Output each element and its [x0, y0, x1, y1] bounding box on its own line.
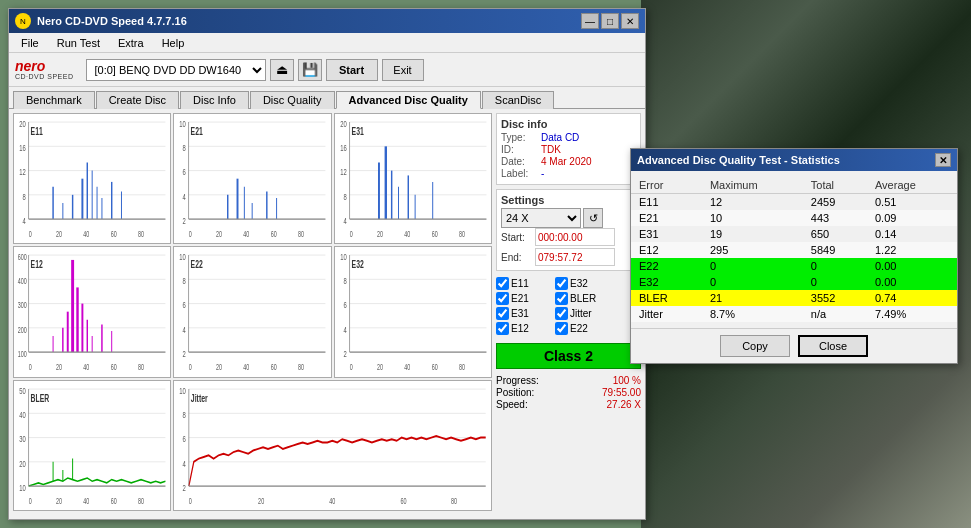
svg-text:0: 0	[349, 228, 352, 239]
close-button[interactable]: Close	[798, 335, 868, 357]
cb-jitter[interactable]: Jitter	[555, 307, 610, 320]
svg-text:40: 40	[404, 228, 410, 239]
svg-text:80: 80	[138, 228, 144, 239]
svg-text:8: 8	[22, 191, 26, 202]
nero-brand: nero	[15, 59, 74, 73]
table-row: E31196500.14	[631, 226, 957, 242]
svg-text:0: 0	[189, 362, 192, 373]
svg-text:60: 60	[111, 228, 117, 239]
charts-grid: 20 16 12 8 4 0 20 40 60 80 E11	[13, 113, 492, 511]
svg-text:8: 8	[183, 143, 187, 154]
progress-box: Progress: 100 % Position: 79:55.00 Speed…	[496, 375, 641, 411]
end-time-row: End:	[501, 248, 636, 266]
svg-text:4: 4	[22, 215, 26, 226]
cb-e11-input[interactable]	[496, 277, 509, 290]
svg-text:2: 2	[343, 349, 347, 360]
chart-e22: 10 8 6 4 2 0 20 40 60 80 E22	[173, 246, 331, 377]
menu-file[interactable]: File	[13, 35, 47, 51]
tab-disc-quality[interactable]: Disc Quality	[250, 91, 335, 109]
cb-e12[interactable]: E12	[496, 322, 551, 335]
svg-rect-169	[174, 381, 491, 510]
speed-refresh-icon[interactable]: ↺	[583, 208, 603, 228]
chart-jitter: 10 8 6 4 2 0 20 40 60 80 Jitter	[173, 380, 492, 511]
drive-selector[interactable]: [0:0] BENQ DVD DD DW1640 BSLB	[86, 59, 266, 81]
speed-selector[interactable]: 24 X	[501, 208, 581, 228]
table-row: E21104430.09	[631, 210, 957, 226]
disc-label-row: Label: -	[501, 168, 636, 179]
svg-text:40: 40	[244, 228, 250, 239]
svg-text:0: 0	[29, 495, 32, 506]
tab-scan-disc[interactable]: ScanDisc	[482, 91, 554, 109]
start-time-input[interactable]	[535, 228, 615, 246]
exit-button[interactable]: Exit	[382, 59, 424, 81]
svg-text:12: 12	[19, 167, 26, 178]
copy-button[interactable]: Copy	[720, 335, 790, 357]
save-icon[interactable]: 💾	[298, 59, 322, 81]
svg-text:80: 80	[298, 362, 304, 373]
table-row: BLER2135520.74	[631, 290, 957, 306]
chart-e32: 10 8 6 4 2 0 20 40 60 80 E32	[334, 246, 492, 377]
title-bar-text: Nero CD-DVD Speed 4.7.7.16	[37, 15, 581, 27]
svg-text:4: 4	[183, 458, 187, 469]
tab-disc-info[interactable]: Disc Info	[180, 91, 249, 109]
cb-e32[interactable]: E32	[555, 277, 610, 290]
close-button[interactable]: ✕	[621, 13, 639, 29]
disc-info-box: Disc info Type: Data CD ID: TDK Date: 4 …	[496, 113, 641, 185]
svg-text:20: 20	[216, 228, 222, 239]
tab-advanced-disc-quality[interactable]: Advanced Disc Quality	[336, 91, 481, 109]
minimize-button[interactable]: —	[581, 13, 599, 29]
svg-text:100: 100	[18, 349, 27, 360]
menu-help[interactable]: Help	[154, 35, 193, 51]
chart-e11: 20 16 12 8 4 0 20 40 60 80 E11	[13, 113, 171, 244]
cb-e12-input[interactable]	[496, 322, 509, 335]
cb-e32-input[interactable]	[555, 277, 568, 290]
svg-text:2: 2	[183, 482, 187, 493]
svg-text:0: 0	[189, 228, 192, 239]
svg-text:4: 4	[183, 191, 187, 202]
end-time-input[interactable]	[535, 248, 615, 266]
table-row: E111224590.51	[631, 194, 957, 211]
svg-text:E12: E12	[31, 259, 43, 271]
progress-label: Progress:	[496, 375, 539, 386]
maximize-button[interactable]: □	[601, 13, 619, 29]
cb-e21[interactable]: E21	[496, 292, 551, 305]
svg-text:50: 50	[19, 385, 26, 396]
tab-create-disc[interactable]: Create Disc	[96, 91, 179, 109]
svg-text:30: 30	[19, 434, 26, 445]
svg-text:20: 20	[56, 495, 62, 506]
cb-e21-input[interactable]	[496, 292, 509, 305]
cb-e22-input[interactable]	[555, 322, 568, 335]
chart-bler: 50 40 30 20 10 0 20 40 60 80 BLER	[13, 380, 171, 511]
cb-bler-input[interactable]	[555, 292, 568, 305]
cb-e31[interactable]: E31	[496, 307, 551, 320]
svg-text:8: 8	[183, 276, 187, 287]
chart-e31: 20 16 12 8 4 0 20 40 60 80 E31	[334, 113, 492, 244]
tab-benchmark[interactable]: Benchmark	[13, 91, 95, 109]
svg-text:20: 20	[258, 495, 264, 506]
cb-e22[interactable]: E22	[555, 322, 610, 335]
chart-e12: 600 400 300 200 100 0 20 40 60 80 E12	[13, 246, 171, 377]
svg-text:60: 60	[111, 495, 117, 506]
svg-text:20: 20	[377, 362, 383, 373]
label-label: Label:	[501, 168, 537, 179]
svg-text:10: 10	[180, 252, 187, 263]
cb-e31-input[interactable]	[496, 307, 509, 320]
svg-text:80: 80	[138, 495, 144, 506]
svg-text:20: 20	[19, 118, 26, 129]
svg-text:80: 80	[298, 228, 304, 239]
start-button[interactable]: Start	[326, 59, 378, 81]
stats-close-x-button[interactable]: ✕	[935, 153, 951, 167]
svg-text:80: 80	[459, 228, 465, 239]
svg-text:8: 8	[183, 409, 187, 420]
eject-icon[interactable]: ⏏	[270, 59, 294, 81]
cb-jitter-input[interactable]	[555, 307, 568, 320]
svg-text:2: 2	[183, 349, 187, 360]
cb-bler[interactable]: BLER	[555, 292, 610, 305]
cb-e11[interactable]: E11	[496, 277, 551, 290]
svg-text:E21: E21	[191, 125, 203, 137]
svg-text:10: 10	[180, 385, 187, 396]
svg-text:Jitter: Jitter	[191, 392, 208, 404]
svg-text:0: 0	[189, 495, 192, 506]
menu-run-test[interactable]: Run Test	[49, 35, 108, 51]
menu-extra[interactable]: Extra	[110, 35, 152, 51]
